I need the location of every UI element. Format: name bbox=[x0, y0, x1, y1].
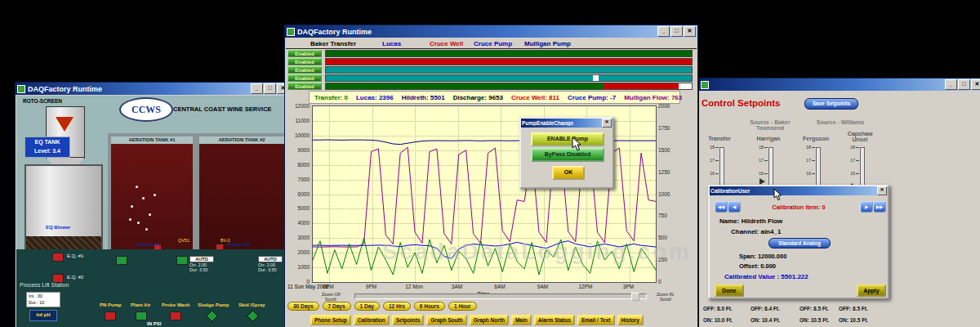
nav-button-0[interactable]: Phone Setup bbox=[310, 315, 351, 325]
maximize-button[interactable]: □ bbox=[958, 79, 970, 90]
pump-header-0: Baker Transfer bbox=[310, 40, 356, 47]
slider-handle[interactable] bbox=[760, 178, 765, 185]
enabled-button-0[interactable]: Enabled bbox=[287, 50, 322, 57]
company-name: CENTRAL COAST WINE SERVICE bbox=[173, 105, 272, 113]
slider-tick-mark bbox=[715, 147, 719, 148]
standard-analog-button[interactable]: Standard Analog bbox=[768, 238, 831, 249]
apply-button[interactable]: Apply bbox=[857, 284, 886, 297]
minimize-button[interactable]: _ bbox=[251, 83, 263, 94]
auto-box-2[interactable]: AUTO On: 2.00 Dur: 3.50 bbox=[258, 256, 283, 272]
stat-5: Cruce Pump: -7 bbox=[568, 94, 616, 101]
y-right-label: 2000 bbox=[658, 103, 679, 109]
titlebar-graph[interactable]: DAQFactory Runtime _□✕ bbox=[285, 25, 697, 38]
int-dur-box: Int.: 30 Dur.: 10 bbox=[26, 292, 60, 307]
ok-button[interactable]: OK bbox=[552, 166, 585, 180]
titlebar-calibration[interactable]: CalibrationUser ✕ bbox=[710, 186, 888, 195]
blower2-label: Blower #2 bbox=[227, 242, 250, 248]
slider-label-3: Capshaw Unsel bbox=[842, 131, 878, 142]
auto1-label[interactable]: AUTO bbox=[189, 256, 214, 262]
date-label: 11 Sun May 2008 bbox=[287, 284, 328, 289]
slider-tick-label: 18 bbox=[845, 145, 855, 150]
nav-button-4[interactable]: Graph North bbox=[470, 315, 509, 325]
slider-tick-mark bbox=[764, 147, 768, 148]
pump-header-1: Lucas bbox=[382, 40, 401, 47]
y-left-label: 10000 bbox=[286, 132, 310, 138]
time-scrollbar[interactable] bbox=[354, 293, 647, 299]
pump-headers-row: Baker TransferLucasCruce WellCruce PumpM… bbox=[286, 38, 697, 49]
window-graph: DAQFactory Runtime _□✕ Baker TransferLuc… bbox=[284, 25, 698, 327]
pump-enable-dialog: PumpEnableChange ✕ ENABLE Pump ByPass Di… bbox=[519, 117, 614, 189]
y-left-label: 7000 bbox=[286, 177, 310, 182]
probe-wash-icon[interactable] bbox=[170, 311, 181, 320]
status-bar-segment bbox=[326, 59, 692, 65]
nav-button-6[interactable]: Alarm Status bbox=[534, 315, 575, 325]
calibrated-value: Calibrated Value : 5501.222 bbox=[724, 273, 808, 280]
inf-ph-button[interactable]: Inf pH bbox=[29, 310, 57, 321]
eq1-pump-icon[interactable] bbox=[52, 253, 64, 262]
int-value: Int.: 30 bbox=[29, 293, 60, 299]
nav-button-5[interactable]: Main bbox=[511, 315, 532, 325]
eq-tank-vessel: EQ Blower bbox=[24, 164, 103, 253]
zoom-button-4[interactable]: 6 Hours bbox=[414, 302, 445, 311]
nav-button-1[interactable]: Calibration bbox=[354, 315, 390, 325]
y-right-label: 1500 bbox=[658, 147, 679, 153]
maximize-button[interactable]: □ bbox=[670, 26, 683, 37]
auto-box-1[interactable]: AUTO On: 2.00 Dur: 3.50 bbox=[189, 256, 214, 272]
minimize-button[interactable]: _ bbox=[657, 26, 670, 37]
y-right-label: 1750 bbox=[658, 125, 679, 131]
zoom-button-1[interactable]: 7 Days bbox=[323, 302, 351, 311]
y-left-label: 6000 bbox=[286, 191, 310, 197]
stat-1: Lucas: 2396 bbox=[356, 94, 394, 101]
titlebar-setpoints[interactable]: _□✕ bbox=[699, 78, 980, 91]
status-bar-1 bbox=[325, 58, 693, 65]
nav-button-3[interactable]: Graph South bbox=[426, 315, 466, 325]
zoom-button-5[interactable]: 1 Hour bbox=[448, 302, 477, 311]
x-tick-7: 3PM bbox=[623, 284, 634, 289]
off-setpoint-0: OFF: 8.0 Ft. bbox=[703, 306, 733, 311]
close-button[interactable]: ✕ bbox=[684, 26, 696, 37]
time-scrollbar-knob[interactable] bbox=[631, 293, 639, 301]
nav-button-7[interactable]: Email / Text bbox=[577, 315, 615, 325]
bypass-button[interactable]: ByPass Disabled bbox=[531, 148, 604, 162]
zoom-button-0[interactable]: 30 Days bbox=[287, 302, 319, 311]
ccws-text: CCWS bbox=[131, 104, 161, 116]
close-icon[interactable]: ✕ bbox=[602, 119, 612, 128]
blower2-pump-icon[interactable] bbox=[176, 256, 188, 265]
save-setpoints-button[interactable]: Save Setpoints bbox=[804, 98, 858, 110]
y-left-label: 9000 bbox=[286, 147, 310, 153]
enabled-button-3[interactable]: Enabled bbox=[287, 74, 322, 82]
maximize-button[interactable]: □ bbox=[264, 83, 276, 94]
blower1-pump-icon[interactable] bbox=[116, 256, 127, 265]
enabled-button-4[interactable]: Enabled bbox=[287, 83, 322, 90]
zoom-button-2[interactable]: 1 Day bbox=[354, 302, 380, 311]
slider-tick-label: 17 bbox=[705, 158, 715, 163]
nav-button-2[interactable]: Setpoints bbox=[392, 315, 425, 325]
enabled-button-1[interactable]: Enabled bbox=[287, 58, 322, 65]
enabled-rows: EnabledEnabledEnabledEnabledEnabled bbox=[287, 50, 693, 91]
status-bar-2 bbox=[325, 66, 693, 74]
group-header-williams: Source - Williams bbox=[801, 119, 880, 125]
auto2-label[interactable]: AUTO bbox=[258, 256, 283, 262]
nav-button-8[interactable]: History bbox=[617, 315, 644, 325]
enabled-button-2[interactable]: Enabled bbox=[287, 66, 322, 74]
window-title: DAQFactory Runtime bbox=[297, 28, 657, 36]
minimize-button[interactable]: _ bbox=[945, 79, 957, 90]
scroll-right-label[interactable]: Scroll bbox=[660, 297, 671, 302]
close-button[interactable]: ✕ bbox=[971, 79, 980, 90]
slider-tick-label: 16 bbox=[801, 171, 811, 176]
calibration-item-label: Calibration Item: 0 bbox=[710, 204, 888, 211]
titlebar-hmi[interactable]: DAQFactory Runtime _□✕ bbox=[16, 83, 291, 95]
slider-label-1: Harrigan bbox=[751, 136, 786, 141]
titlebar-pump-enable[interactable]: PumpEnableChange ✕ bbox=[521, 119, 612, 128]
zoom-button-3[interactable]: 12 Hrs bbox=[383, 302, 411, 311]
pn-pump-icon[interactable] bbox=[105, 311, 116, 320]
enable-pump-button[interactable]: ENABLE Pump bbox=[531, 132, 604, 146]
titlebar-buttons-hmi: _□✕ bbox=[250, 83, 289, 94]
close-icon[interactable]: ✕ bbox=[877, 186, 887, 195]
pump-enable-dialog-title: PumpEnableChange bbox=[522, 120, 601, 126]
done-button[interactable]: Done bbox=[715, 284, 744, 297]
off-setpoint-1: OFF: 8.4 Ft. bbox=[751, 306, 780, 311]
plant-air-icon[interactable] bbox=[136, 311, 147, 320]
stat-0: Transfer: 0 bbox=[314, 94, 348, 101]
enabled-row-3: Enabled bbox=[287, 74, 693, 82]
